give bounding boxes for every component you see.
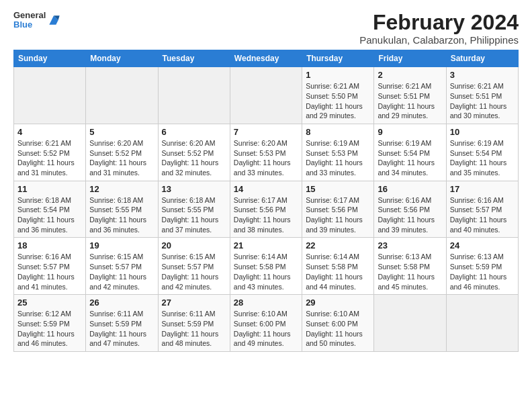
day-info: Sunrise: 6:18 AM Sunset: 5:55 PM Dayligh…: [89, 195, 154, 235]
day-info: Sunrise: 6:14 AM Sunset: 5:58 PM Dayligh…: [234, 252, 298, 291]
calendar-cell: 6Sunrise: 6:20 AM Sunset: 5:52 PM Daylig…: [158, 124, 230, 181]
day-info: Sunrise: 6:10 AM Sunset: 6:00 PM Dayligh…: [306, 309, 370, 349]
calendar-week-row: 4Sunrise: 6:21 AM Sunset: 5:52 PM Daylig…: [14, 124, 519, 181]
day-number: 3: [450, 70, 515, 80]
logo-text: General Blue: [13, 11, 46, 30]
logo-line1: General: [13, 11, 46, 20]
main-title: February 2024: [359, 11, 519, 34]
weekday-header: Monday: [86, 50, 158, 67]
day-number: 2: [378, 70, 442, 80]
calendar-cell: 2Sunrise: 6:21 AM Sunset: 5:51 PM Daylig…: [374, 67, 446, 124]
day-number: 11: [17, 184, 82, 194]
day-info: Sunrise: 6:21 AM Sunset: 5:51 PM Dayligh…: [378, 81, 442, 121]
calendar-cell: 15Sunrise: 6:17 AM Sunset: 5:56 PM Dayli…: [302, 181, 374, 238]
weekday-header: Wednesday: [230, 50, 302, 67]
weekday-header: Saturday: [446, 50, 518, 67]
weekday-header: Tuesday: [158, 50, 230, 67]
calendar-cell: 4Sunrise: 6:21 AM Sunset: 5:52 PM Daylig…: [14, 124, 86, 181]
day-info: Sunrise: 6:21 AM Sunset: 5:52 PM Dayligh…: [17, 138, 82, 178]
day-info: Sunrise: 6:10 AM Sunset: 6:00 PM Dayligh…: [234, 309, 298, 349]
calendar-header-row: SundayMondayTuesdayWednesdayThursdayFrid…: [14, 50, 519, 67]
calendar-cell: 9Sunrise: 6:19 AM Sunset: 5:54 PM Daylig…: [374, 124, 446, 181]
day-number: 16: [378, 184, 442, 194]
day-info: Sunrise: 6:19 AM Sunset: 5:54 PM Dayligh…: [450, 138, 515, 178]
day-number: 15: [306, 184, 370, 194]
day-info: Sunrise: 6:19 AM Sunset: 5:53 PM Dayligh…: [306, 138, 370, 178]
day-info: Sunrise: 6:13 AM Sunset: 5:59 PM Dayligh…: [450, 252, 515, 291]
weekday-header: Friday: [374, 50, 446, 67]
calendar-week-row: 18Sunrise: 6:16 AM Sunset: 5:57 PM Dayli…: [14, 238, 519, 295]
day-info: Sunrise: 6:12 AM Sunset: 5:59 PM Dayligh…: [17, 309, 82, 349]
day-number: 8: [306, 127, 370, 137]
day-number: 26: [89, 298, 154, 308]
day-info: Sunrise: 6:16 AM Sunset: 5:57 PM Dayligh…: [450, 195, 515, 235]
calendar-cell: 12Sunrise: 6:18 AM Sunset: 5:55 PM Dayli…: [86, 181, 158, 238]
day-number: 20: [162, 240, 226, 250]
calendar-cell: 14Sunrise: 6:17 AM Sunset: 5:56 PM Dayli…: [230, 181, 302, 238]
day-number: 1: [306, 70, 370, 80]
day-number: 9: [378, 127, 442, 137]
day-info: Sunrise: 6:20 AM Sunset: 5:53 PM Dayligh…: [234, 138, 298, 178]
day-info: Sunrise: 6:18 AM Sunset: 5:54 PM Dayligh…: [17, 195, 82, 235]
calendar-cell: 28Sunrise: 6:10 AM Sunset: 6:00 PM Dayli…: [230, 295, 302, 352]
day-info: Sunrise: 6:11 AM Sunset: 5:59 PM Dayligh…: [89, 309, 154, 349]
calendar-cell: [158, 67, 230, 124]
day-info: Sunrise: 6:16 AM Sunset: 5:56 PM Dayligh…: [378, 195, 442, 235]
title-block: February 2024 Panukulan, Calabarzon, Phi…: [359, 11, 519, 46]
calendar-cell: 18Sunrise: 6:16 AM Sunset: 5:57 PM Dayli…: [14, 238, 86, 295]
calendar-cell: 3Sunrise: 6:21 AM Sunset: 5:51 PM Daylig…: [446, 67, 518, 124]
calendar-cell: 13Sunrise: 6:18 AM Sunset: 5:55 PM Dayli…: [158, 181, 230, 238]
calendar-cell: 26Sunrise: 6:11 AM Sunset: 5:59 PM Dayli…: [86, 295, 158, 352]
calendar-cell: 1Sunrise: 6:21 AM Sunset: 5:50 PM Daylig…: [302, 67, 374, 124]
day-number: 13: [162, 184, 226, 194]
day-number: 10: [450, 127, 515, 137]
calendar-cell: 8Sunrise: 6:19 AM Sunset: 5:53 PM Daylig…: [302, 124, 374, 181]
subtitle: Panukulan, Calabarzon, Philippines: [359, 34, 519, 46]
calendar-cell: 21Sunrise: 6:14 AM Sunset: 5:58 PM Dayli…: [230, 238, 302, 295]
day-number: 23: [378, 240, 442, 250]
calendar-cell: 29Sunrise: 6:10 AM Sunset: 6:00 PM Dayli…: [302, 295, 374, 352]
logo-line2: Blue: [13, 20, 46, 30]
day-number: 6: [162, 127, 226, 137]
day-number: 22: [306, 240, 370, 250]
calendar-cell: [374, 295, 446, 352]
calendar-cell: [14, 67, 86, 124]
day-info: Sunrise: 6:21 AM Sunset: 5:50 PM Dayligh…: [306, 81, 370, 121]
calendar-cell: 24Sunrise: 6:13 AM Sunset: 5:59 PM Dayli…: [446, 238, 518, 295]
calendar-cell: 10Sunrise: 6:19 AM Sunset: 5:54 PM Dayli…: [446, 124, 518, 181]
calendar-cell: 22Sunrise: 6:14 AM Sunset: 5:58 PM Dayli…: [302, 238, 374, 295]
calendar-cell: 16Sunrise: 6:16 AM Sunset: 5:56 PM Dayli…: [374, 181, 446, 238]
day-info: Sunrise: 6:20 AM Sunset: 5:52 PM Dayligh…: [89, 138, 154, 178]
calendar-table: SundayMondayTuesdayWednesdayThursdayFrid…: [13, 50, 519, 352]
day-number: 25: [17, 298, 82, 308]
day-info: Sunrise: 6:15 AM Sunset: 5:57 PM Dayligh…: [162, 252, 226, 291]
calendar-week-row: 25Sunrise: 6:12 AM Sunset: 5:59 PM Dayli…: [14, 295, 519, 352]
day-number: 14: [234, 184, 298, 194]
calendar-cell: [86, 67, 158, 124]
day-info: Sunrise: 6:17 AM Sunset: 5:56 PM Dayligh…: [306, 195, 370, 235]
weekday-header: Sunday: [14, 50, 86, 67]
day-number: 12: [89, 184, 154, 194]
day-number: 21: [234, 240, 298, 250]
day-number: 18: [17, 240, 82, 250]
calendar-cell: 5Sunrise: 6:20 AM Sunset: 5:52 PM Daylig…: [86, 124, 158, 181]
calendar-week-row: 11Sunrise: 6:18 AM Sunset: 5:54 PM Dayli…: [14, 181, 519, 238]
weekday-header: Thursday: [302, 50, 374, 67]
day-number: 19: [89, 240, 154, 250]
day-number: 28: [234, 298, 298, 308]
calendar-week-row: 1Sunrise: 6:21 AM Sunset: 5:50 PM Daylig…: [14, 67, 519, 124]
header: General Blue February 2024 Panukulan, Ca…: [13, 11, 519, 46]
calendar-cell: [230, 67, 302, 124]
day-number: 7: [234, 127, 298, 137]
day-number: 29: [306, 298, 370, 308]
day-info: Sunrise: 6:17 AM Sunset: 5:56 PM Dayligh…: [234, 195, 298, 235]
day-info: Sunrise: 6:20 AM Sunset: 5:52 PM Dayligh…: [162, 138, 226, 178]
day-info: Sunrise: 6:13 AM Sunset: 5:58 PM Dayligh…: [378, 252, 442, 291]
calendar-cell: 7Sunrise: 6:20 AM Sunset: 5:53 PM Daylig…: [230, 124, 302, 181]
calendar-cell: 27Sunrise: 6:11 AM Sunset: 5:59 PM Dayli…: [158, 295, 230, 352]
day-info: Sunrise: 6:14 AM Sunset: 5:58 PM Dayligh…: [306, 252, 370, 291]
calendar-cell: 20Sunrise: 6:15 AM Sunset: 5:57 PM Dayli…: [158, 238, 230, 295]
day-info: Sunrise: 6:19 AM Sunset: 5:54 PM Dayligh…: [378, 138, 442, 178]
calendar-cell: 11Sunrise: 6:18 AM Sunset: 5:54 PM Dayli…: [14, 181, 86, 238]
day-number: 5: [89, 127, 154, 137]
